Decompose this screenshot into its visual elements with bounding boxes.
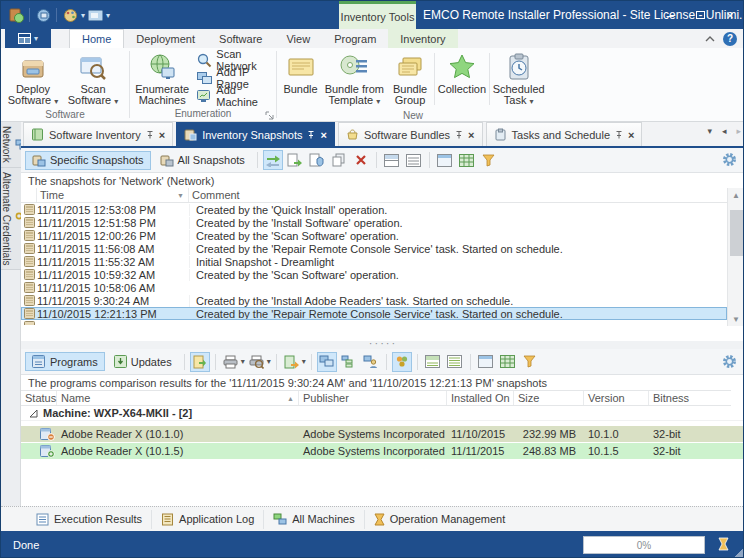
machine-group-row[interactable]: Machine: WXP-X64-MKII - [2] [21, 406, 744, 421]
name-column-header[interactable]: Name▲ [57, 391, 299, 405]
installed-on-column-header[interactable]: Installed On [447, 391, 514, 405]
group-by-user-icon[interactable] [361, 352, 381, 372]
snapshot-row[interactable]: 11/11/2015 11:55:32 AMInitial Snapshot -… [21, 255, 727, 268]
snapshot-row-selected[interactable]: 11/10/2015 12:21:13 PMCreated by the 'Re… [21, 307, 727, 320]
group-by-machine-icon[interactable] [317, 352, 337, 372]
snapshot-row[interactable]: 11/11/2015 12:00:26 PMCreated by the 'Sc… [21, 229, 727, 242]
comparison-mode-toggle-icon[interactable] [190, 352, 210, 372]
publisher-column-header[interactable]: Publisher [299, 391, 447, 405]
split-horizontal-icon[interactable] [382, 150, 402, 170]
close-tab-icon[interactable]: × [468, 129, 474, 141]
pin-icon[interactable] [615, 130, 623, 139]
snapshots-settings-gear-icon[interactable] [722, 152, 737, 167]
doc-tab-tasks-and-schedule[interactable]: Tasks and Schedule × [486, 122, 643, 146]
icon-column-header[interactable] [21, 188, 37, 202]
band-layout-alt-icon[interactable] [445, 352, 465, 372]
print-preview-icon[interactable] [247, 352, 267, 372]
close-button[interactable]: × [715, 1, 744, 29]
collapse-group-icon[interactable] [29, 409, 38, 418]
enumeration-dialog-launcher-icon[interactable] [265, 111, 274, 120]
new-bundle-button[interactable]: Bundle [279, 50, 322, 95]
snapshot-row[interactable]: 11/11/2015 11:56:08 AMCreated by the 'Re… [21, 242, 727, 255]
copy-snapshot-icon[interactable] [329, 150, 349, 170]
pane-splitter[interactable]: ····· [21, 341, 744, 349]
scroll-tabs-left-icon[interactable]: ◂ [722, 126, 727, 136]
ribbon-tab-deployment[interactable]: Deployment [124, 29, 207, 48]
pin-icon[interactable] [455, 130, 463, 139]
status-column-header[interactable]: Status [21, 391, 57, 405]
new-scheduled-task-button[interactable]: Scheduled Task ▾ [490, 50, 547, 107]
snapshot-row[interactable]: 11/11/2015 9:30:24 AMCreated by the 'Ins… [21, 294, 727, 307]
app-menu-button[interactable]: ▾ [5, 29, 51, 48]
program-row-added[interactable]: Adobe Reader X (10.1.5) Adobe Systems In… [21, 443, 744, 459]
all-snapshots-button[interactable]: All Snapshots [153, 151, 252, 170]
programs-button[interactable]: Programs [25, 352, 105, 371]
ribbon-tab-home[interactable]: Home [69, 29, 124, 48]
list-layout-icon[interactable] [404, 150, 424, 170]
version-column-header[interactable]: Version [584, 391, 649, 405]
screen-capture-icon[interactable] [85, 5, 105, 25]
size-column-header[interactable]: Size [514, 391, 584, 405]
snapshot-row[interactable]: 11/11/2015 10:59:32 AMCreated by the 'Sc… [21, 268, 727, 281]
close-tab-icon[interactable]: × [159, 129, 165, 141]
comment-column-header[interactable]: Comment [189, 188, 727, 202]
print-preview-dropdown-icon[interactable]: ▾ [267, 357, 271, 366]
print-dropdown-icon[interactable]: ▾ [241, 357, 245, 366]
snapshot-row[interactable]: 11/11/2015 12:53:08 PMCreated by the 'Qu… [21, 203, 727, 216]
status-colors-icon[interactable] [392, 352, 412, 372]
bitness-column-header[interactable]: Bitness [649, 391, 729, 405]
new-bundle-from-template-button[interactable]: Bundle from Template ▾ [322, 50, 387, 107]
pin-icon[interactable] [307, 130, 315, 139]
export-dropdown-icon[interactable]: ▾ [302, 357, 306, 366]
resize-grip[interactable] [735, 549, 743, 557]
filter-icon[interactable] [520, 352, 540, 372]
program-row-removed[interactable]: Adobe Reader X (10.1.0) Adobe Systems In… [21, 426, 744, 442]
enumerate-machines-button[interactable]: Enumerate Machines [132, 50, 192, 106]
programs-settings-gear-icon[interactable] [722, 354, 737, 369]
filter-icon[interactable] [479, 150, 499, 170]
scan-software-button[interactable]: Scan Software ▾ [63, 50, 123, 107]
snapshots-vertical-scrollbar[interactable]: ▲ ▼ [727, 188, 744, 326]
tab-list-dropdown-icon[interactable]: ▾ [707, 126, 712, 136]
customize-qat-icon[interactable]: ▾ [106, 11, 110, 20]
add-machine-button[interactable]: Add Machine [192, 87, 274, 105]
new-collection-button[interactable]: Collection [435, 50, 490, 95]
export-icon[interactable] [282, 352, 302, 372]
pin-icon[interactable] [146, 130, 154, 139]
ribbon-tab-view[interactable]: View [274, 29, 322, 48]
scroll-down-icon[interactable]: ▼ [732, 312, 740, 326]
card-view-icon[interactable] [476, 352, 496, 372]
ribbon-tab-inventory[interactable]: Inventory [388, 29, 457, 48]
close-tab-icon[interactable]: × [320, 129, 326, 141]
load-snapshots-toggle-icon[interactable] [263, 150, 283, 170]
bottom-tab-all-machines[interactable]: All Machines [264, 510, 364, 529]
time-column-header[interactable]: Time▼ [37, 188, 189, 202]
ribbon-tab-software[interactable]: Software [207, 29, 274, 48]
scroll-tabs-right-icon[interactable]: ▸ [736, 126, 741, 136]
snapshot-properties-icon[interactable] [307, 150, 327, 170]
grid-view-icon[interactable] [498, 352, 518, 372]
scroll-up-icon[interactable]: ▲ [732, 188, 740, 202]
card-view-icon[interactable] [435, 150, 455, 170]
scrollbar-thumb[interactable] [730, 210, 743, 256]
deploy-software-button[interactable]: Deploy Software ▾ [3, 50, 63, 107]
doc-tab-software-inventory[interactable]: Software Inventory × [23, 122, 173, 146]
bottom-tab-operation-management[interactable]: Operation Management [365, 510, 515, 529]
minimize-button[interactable]: – [655, 1, 685, 29]
print-icon[interactable] [221, 352, 241, 372]
snapshot-row-partial[interactable] [21, 320, 727, 325]
snapshot-row[interactable]: 11/11/2015 10:58:06 AM [21, 281, 727, 294]
theme-palette-icon[interactable] [60, 5, 80, 25]
bottom-tab-execution-results[interactable]: Execution Results [27, 510, 152, 529]
doc-tab-inventory-snapshots[interactable]: Inventory Snapshots × [176, 122, 335, 146]
specific-snapshots-button[interactable]: Specific Snapshots [25, 151, 151, 170]
close-tab-icon[interactable]: × [628, 129, 634, 141]
collapse-ribbon-icon[interactable] [705, 36, 715, 42]
maximize-button[interactable] [685, 1, 715, 29]
new-bundle-group-button[interactable]: Bundle Group [387, 50, 434, 106]
export-snapshot-icon[interactable] [285, 150, 305, 170]
delete-snapshot-icon[interactable] [351, 150, 371, 170]
doc-tab-software-bundles[interactable]: Software Bundles × [338, 122, 483, 146]
group-by-snapshot-icon[interactable] [339, 352, 359, 372]
ribbon-tab-program[interactable]: Program [322, 29, 388, 48]
